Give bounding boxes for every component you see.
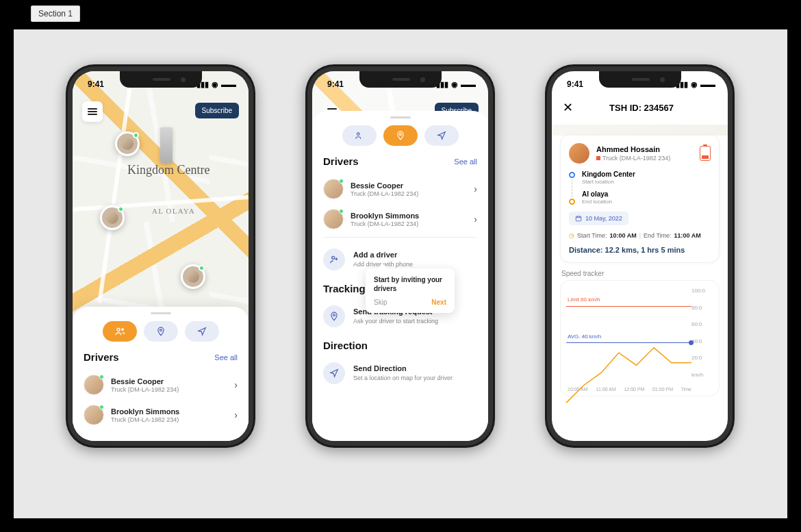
wifi-icon: ◉ bbox=[451, 80, 458, 89]
tab-location[interactable] bbox=[383, 125, 418, 146]
trip-card: Ahmmed Hossain Truck (DM-LA-1982 234) Ki… bbox=[560, 134, 720, 263]
chart-x-axis: 10:00 AM 11:00 AM 12:00 PM 01:00 PM Time bbox=[568, 387, 691, 392]
send-icon bbox=[329, 368, 339, 378]
design-canvas: 9:41 ▮▮▮ ◉ ▬▬ Subscribe Kingdom Centre A… bbox=[14, 29, 787, 518]
svg-point-6 bbox=[333, 314, 335, 316]
driver-pin[interactable] bbox=[181, 264, 205, 289]
add-user-icon bbox=[329, 254, 340, 265]
mini-map bbox=[552, 125, 728, 136]
detail-header: ✕ TSH ID: 234567 bbox=[552, 97, 728, 122]
chevron-right-icon: › bbox=[234, 409, 238, 420]
phone-frame-1: 9:41 ▮▮▮ ◉ ▬▬ Subscribe Kingdom Centre A… bbox=[66, 64, 255, 448]
status-time: 9:41 bbox=[327, 79, 344, 89]
pin-icon bbox=[396, 131, 405, 140]
bottom-sheet-expanded[interactable]: Drivers See all Bessie CooperTruck (DM-L… bbox=[312, 111, 488, 441]
chevron-right-icon: › bbox=[474, 183, 477, 194]
tooltip-skip-button[interactable]: Skip bbox=[374, 299, 387, 306]
chart-plot-area: Limit 80 km/h AVG. 40 km/h bbox=[566, 288, 691, 379]
see-all-link[interactable]: See all bbox=[454, 157, 477, 166]
calendar-icon bbox=[575, 215, 582, 222]
driver-name: Ahmmed Hossain bbox=[596, 145, 693, 153]
chevron-right-icon: › bbox=[474, 214, 477, 225]
phone-notch bbox=[359, 71, 442, 88]
send-icon bbox=[437, 131, 446, 140]
battery-low-icon bbox=[700, 146, 711, 161]
section-title-drivers: Drivers bbox=[323, 155, 359, 167]
speed-tracker-title: Speed tracker bbox=[561, 270, 718, 277]
speed-line-path bbox=[566, 288, 691, 413]
phone-frame-3: 9:41 ▮▮▮◉▬▬ ✕ TSH ID: 234567 Ahmmed Hoss… bbox=[545, 64, 735, 448]
driver-pin[interactable] bbox=[100, 205, 125, 230]
driver-row[interactable]: Brooklyn SimmonsTruck (DM-LA-1982 234) › bbox=[84, 400, 238, 430]
sheet-grabber[interactable] bbox=[390, 116, 411, 118]
svg-point-3 bbox=[357, 133, 359, 136]
tooltip-next-button[interactable]: Next bbox=[431, 299, 446, 306]
battery-icon: ▬▬ bbox=[221, 80, 236, 88]
status-square-icon bbox=[596, 156, 600, 160]
battery-icon: ▬▬ bbox=[461, 80, 476, 88]
kingdom-tower-icon bbox=[160, 127, 173, 163]
menu-button[interactable] bbox=[82, 101, 103, 122]
phone-notch bbox=[120, 71, 202, 88]
pin-icon bbox=[329, 312, 339, 321]
tab-drivers[interactable] bbox=[342, 125, 377, 146]
send-direction-row[interactable]: Send DirectionSet a location on map for … bbox=[323, 354, 477, 392]
time-info: ◷ Start Time: 10:00 AM | End Time: 11:00… bbox=[569, 232, 711, 239]
end-dot-icon bbox=[569, 199, 575, 205]
phone-screen-2: 9:41 ▮▮▮◉▬▬ Subscribe Drivers See all bbox=[312, 71, 488, 441]
section-title-drivers: Drivers bbox=[84, 351, 119, 363]
send-icon bbox=[197, 327, 207, 336]
svg-point-5 bbox=[332, 256, 335, 259]
tab-direction[interactable] bbox=[185, 321, 219, 342]
driver-row[interactable]: Bessie CooperTruck (DM-LA-1982 234) › bbox=[84, 370, 238, 400]
chevron-right-icon: › bbox=[234, 379, 238, 390]
svg-point-1 bbox=[121, 329, 123, 331]
section-badge: Section 1 bbox=[31, 5, 80, 22]
start-dot-icon bbox=[569, 172, 575, 178]
status-time: 9:41 bbox=[88, 79, 104, 89]
tab-location[interactable] bbox=[144, 321, 178, 342]
pin-icon bbox=[156, 327, 166, 336]
map-label-al-olaya: AL OLAYA bbox=[152, 207, 195, 215]
people-icon bbox=[355, 131, 364, 140]
hamburger-icon bbox=[88, 108, 97, 115]
phone-screen-1: 9:41 ▮▮▮ ◉ ▬▬ Subscribe Kingdom Centre A… bbox=[73, 71, 249, 441]
tab-drivers[interactable] bbox=[103, 321, 137, 342]
driver-avatar bbox=[569, 143, 589, 164]
wifi-icon: ◉ bbox=[691, 80, 698, 89]
bottom-sheet[interactable]: Drivers See all Bessie CooperTruck (DM-L… bbox=[73, 307, 249, 441]
status-time: 9:41 bbox=[567, 79, 583, 89]
speed-chart: 100:0 80:0 60:0 40:0 20:0 km/h Limit 80 … bbox=[560, 280, 720, 396]
wifi-icon: ◉ bbox=[212, 80, 218, 89]
battery-icon: ▬▬ bbox=[700, 80, 715, 88]
header-title: TSH ID: 234567 bbox=[566, 103, 717, 113]
map-label-kingdom-centre: Kingdom Centre bbox=[127, 163, 209, 177]
svg-rect-7 bbox=[576, 216, 581, 221]
subscribe-button[interactable]: Subscribe bbox=[195, 103, 239, 118]
driver-row[interactable]: Bessie CooperTruck (DM-LA-1982 234) › bbox=[323, 174, 477, 204]
phone-notch bbox=[599, 71, 681, 88]
section-title-direction: Direction bbox=[323, 340, 477, 351]
distance-text: Distance: 12.2 kms, 1 hrs 5 mins bbox=[569, 246, 711, 254]
driver-row[interactable]: Brooklyn SimmonsTruck (DM-LA-1982 234) › bbox=[323, 204, 477, 234]
date-chip[interactable]: 10 May, 2022 bbox=[569, 212, 628, 225]
svg-point-4 bbox=[399, 134, 401, 136]
tab-direction[interactable] bbox=[424, 125, 459, 146]
people-icon bbox=[114, 326, 125, 337]
phone-frame-2: 9:41 ▮▮▮◉▬▬ Subscribe Drivers See all bbox=[305, 64, 495, 448]
onboarding-tooltip: Start by inviting your drivers Skip Next bbox=[366, 268, 455, 313]
svg-point-0 bbox=[117, 328, 120, 331]
sheet-grabber[interactable] bbox=[151, 312, 171, 314]
svg-point-2 bbox=[160, 329, 162, 331]
route-info: Kingdom Center Start location Al olaya E… bbox=[569, 170, 711, 205]
see-all-link[interactable]: See all bbox=[214, 353, 238, 362]
phone-screen-3: 9:41 ▮▮▮◉▬▬ ✕ TSH ID: 234567 Ahmmed Hoss… bbox=[552, 71, 728, 441]
driver-pin[interactable] bbox=[115, 131, 140, 156]
clock-icon: ◷ bbox=[569, 232, 574, 239]
chart-y-axis: 100:0 80:0 60:0 40:0 20:0 km/h bbox=[691, 288, 715, 378]
